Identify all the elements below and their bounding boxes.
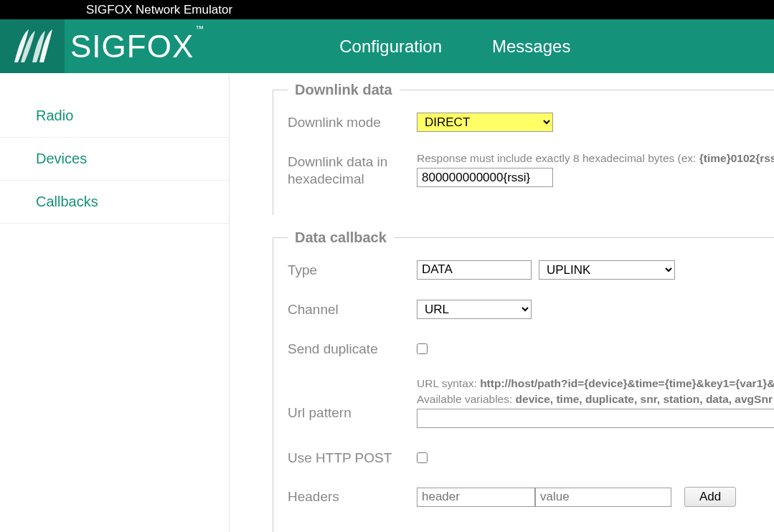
downlink-data-input[interactable] — [417, 168, 553, 187]
row-http-post: Use HTTP POST — [288, 448, 774, 467]
row-downlink-mode: Downlink mode DIRECT — [288, 113, 774, 132]
url-hint2-prefix: Available variables: — [417, 393, 516, 405]
channel-select[interactable]: URL — [417, 300, 532, 319]
channel-label: Channel — [288, 300, 417, 318]
logo-box — [0, 19, 65, 73]
duplicate-label: Send duplicate — [288, 339, 417, 358]
url-hint2-bold: device, time, duplicate, snr, station, d… — [516, 393, 773, 405]
header: SIGFOX™ Configuration Messages — [0, 19, 774, 73]
downlink-mode-label: Downlink mode — [288, 113, 417, 131]
url-pattern-input[interactable] — [417, 409, 774, 428]
row-duplicate: Send duplicate — [288, 339, 774, 358]
header-name-input[interactable] — [417, 488, 535, 507]
header-value-input[interactable] — [535, 488, 671, 507]
top-bar-title: SIGFOX Network Emulator — [86, 3, 232, 16]
http-post-label: Use HTTP POST — [288, 448, 417, 467]
brand-trademark: ™ — [195, 24, 204, 34]
downlink-fieldset: Downlink data Downlink mode DIRECT Downl… — [273, 82, 774, 215]
headers-label: Headers — [288, 487, 417, 505]
type-label: Type — [288, 260, 417, 279]
url-pattern-label: Url pattern — [288, 377, 417, 422]
sidebar-item-label: Radio — [36, 108, 73, 123]
downlink-legend: Downlink data — [288, 82, 400, 98]
duplicate-checkbox[interactable] — [417, 343, 428, 354]
brand-text: SIGFOX — [70, 29, 194, 64]
body: Radio Devices Callbacks Downlink data Do… — [0, 73, 774, 532]
url-hint1: URL syntax: http://host/path?id={device}… — [417, 377, 774, 390]
url-hint1-bold: http://host/path?id={device}&time={time}… — [480, 377, 774, 389]
main-nav: Configuration Messages — [339, 37, 570, 57]
downlink-hint-prefix: Response must include exactly 8 hexadeci… — [417, 152, 699, 164]
sidebar-item-devices[interactable]: Devices — [0, 138, 229, 181]
sidebar: Radio Devices Callbacks — [0, 73, 230, 532]
downlink-hint-bold: {time}0102{rssi} — [699, 152, 774, 164]
row-headers: Headers Add — [288, 487, 774, 507]
row-downlink-data: Downlink data in hexadecimal Response mu… — [288, 152, 774, 188]
downlink-data-hint: Response must include exactly 8 hexadeci… — [417, 152, 774, 165]
row-url-pattern: Url pattern URL syntax: http://host/path… — [288, 377, 774, 428]
type-input[interactable] — [417, 260, 532, 280]
nav-messages[interactable]: Messages — [492, 37, 570, 57]
row-channel: Channel URL — [288, 300, 774, 319]
top-bar: SIGFOX Network Emulator — [0, 0, 774, 19]
http-post-checkbox[interactable] — [417, 452, 428, 463]
callback-fieldset: Data callback Type UPLINK Channel URL — [273, 229, 774, 533]
sidebar-item-callbacks[interactable]: Callbacks — [0, 181, 229, 224]
main-content: Downlink data Downlink mode DIRECT Downl… — [230, 73, 774, 532]
downlink-data-label: Downlink data in hexadecimal — [288, 152, 417, 188]
add-header-button[interactable]: Add — [684, 487, 736, 507]
callback-legend: Data callback — [288, 229, 394, 246]
downlink-mode-select[interactable]: DIRECT — [417, 113, 553, 132]
sidebar-item-label: Callbacks — [36, 194, 98, 209]
direction-select[interactable]: UPLINK — [539, 260, 675, 280]
nav-configuration[interactable]: Configuration — [339, 37, 442, 57]
row-type: Type UPLINK — [288, 260, 774, 280]
brand-wordmark: SIGFOX™ — [65, 29, 203, 65]
sidebar-item-label: Devices — [36, 151, 87, 166]
url-hint2: Available variables: device, time, dupli… — [417, 393, 774, 406]
sidebar-item-radio[interactable]: Radio — [0, 95, 229, 138]
sigfox-logo-icon — [11, 27, 54, 66]
url-hint1-prefix: URL syntax: — [417, 377, 480, 389]
